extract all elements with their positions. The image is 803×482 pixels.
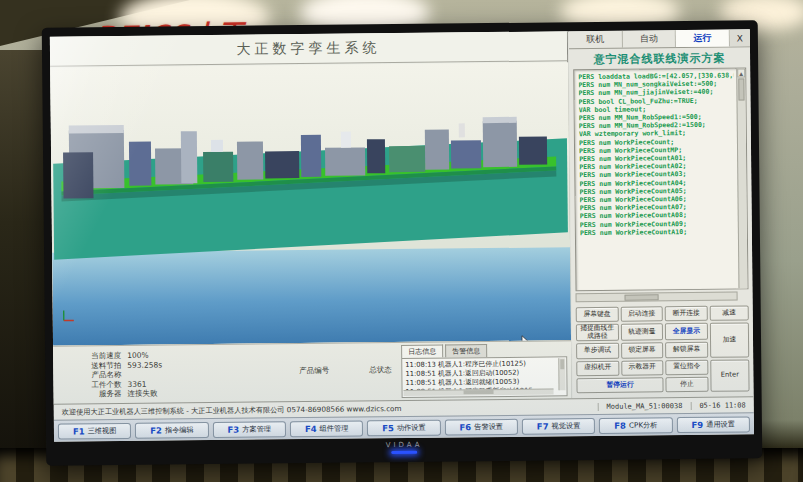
code-line: PERS num MN_num_jiajinVeiset:=400; xyxy=(578,88,733,98)
lock-screen-button[interactable]: 锁定屏幕 xyxy=(621,343,664,359)
fkey-f5-button[interactable]: F5动作设置 xyxy=(367,419,440,436)
disconnect-button[interactable]: 断开连接 xyxy=(665,306,708,322)
module-status: Module_MA_51:00038 xyxy=(597,401,690,410)
teach-pendant-button[interactable]: 示教器开 xyxy=(621,360,664,376)
fkey-label: 视觉设置 xyxy=(551,421,580,431)
fkey-f9-button[interactable]: F9通用设置 xyxy=(676,416,749,433)
tab-online[interactable]: 联机 xyxy=(569,31,623,49)
fullscreen-button[interactable]: 全屏显示 xyxy=(665,323,708,340)
fkey-key: F7 xyxy=(537,421,549,431)
fkey-f8-button[interactable]: F8CPK分析 xyxy=(599,417,672,434)
datetime: 05-16 11:08 xyxy=(690,401,753,410)
tab-log-info[interactable]: 日志信息 xyxy=(401,345,443,358)
track-measure-button[interactable]: 轨迹测量 xyxy=(620,324,663,341)
scrollbar-thumb[interactable] xyxy=(464,390,494,394)
scrollbar-thumb[interactable] xyxy=(738,78,744,100)
viewport-axes-icon xyxy=(61,307,77,323)
side-panel: 联机 自动 运行 X 意宁混合线联线演示方案 PERS loaddata loa… xyxy=(569,29,754,398)
fkey-key: F4 xyxy=(305,423,317,433)
tab-run[interactable]: 运行 xyxy=(676,30,730,48)
fkey-f1-button[interactable]: F1三维视图 xyxy=(58,422,131,439)
start-connect-button[interactable]: 启动连接 xyxy=(620,306,663,322)
status-label: 产品名称 xyxy=(81,370,121,380)
close-icon[interactable]: X xyxy=(730,29,750,46)
enter-button[interactable]: Enter xyxy=(710,359,750,392)
log-panel: 日志信息 告警信息 11:08:13 机器人1:程序已停止(10125) 11:… xyxy=(401,343,568,399)
status-info-area: 当前速度 100% 送料节拍 593.258s 产品名称 工件个数 3361 xyxy=(53,340,572,403)
fkey-key: F2 xyxy=(150,425,162,435)
fkey-label: 通用设置 xyxy=(706,419,735,429)
status-value xyxy=(127,370,167,380)
virtual-machine-button[interactable]: 虚拟机开 xyxy=(576,360,619,376)
title-bar: 大正数字孪生系统 xyxy=(50,31,567,66)
factory-3d-scene xyxy=(50,62,571,345)
mode-tabs: 联机 自动 运行 X xyxy=(569,29,750,49)
fkey-f4-button[interactable]: F4组件管理 xyxy=(290,420,363,437)
unlock-screen-button[interactable]: 解锁屏幕 xyxy=(665,342,708,358)
scroll-up-icon[interactable]: ▲ xyxy=(737,68,745,77)
status-label: 送料节拍 xyxy=(81,361,121,371)
fkey-label: 方案管理 xyxy=(242,424,271,434)
fkey-label: 三维视图 xyxy=(88,426,117,436)
3d-viewport[interactable] xyxy=(50,62,571,345)
monitor: 大正数字孪生系统 xyxy=(42,20,763,465)
code-vertical-scrollbar[interactable]: ▲ xyxy=(736,68,747,288)
status-label: 工件个数 xyxy=(81,380,121,390)
product-no-label: 产品编号 xyxy=(299,366,329,376)
stop-button[interactable]: 停止 xyxy=(666,377,709,393)
screen: 大正数字孪生系统 xyxy=(50,29,754,441)
screen-keyboard-button[interactable]: 屏幕键盘 xyxy=(576,307,619,323)
single-step-button[interactable]: 单步调试 xyxy=(576,343,619,359)
page-title: 大正数字孪生系统 xyxy=(236,39,380,59)
status-value: 连接失败 xyxy=(128,389,168,399)
fkey-f7-button[interactable]: F7视觉设置 xyxy=(522,417,595,434)
scrollbar-thumb[interactable] xyxy=(625,294,659,300)
pause-run-button[interactable]: 暂停运行 xyxy=(576,377,663,393)
fkey-label: 指令编辑 xyxy=(165,425,194,435)
fkey-label: 组件管理 xyxy=(320,423,349,433)
fkey-label: 告警设置 xyxy=(474,421,503,431)
scrollbar-thumb[interactable] xyxy=(560,359,564,369)
status-label: 服务器 xyxy=(82,389,122,399)
fkey-key: F8 xyxy=(614,420,626,430)
status-rows: 当前速度 100% 送料节拍 593.258s 产品名称 工件个数 3361 xyxy=(81,350,167,399)
decelerate-button[interactable]: 减速 xyxy=(709,305,748,321)
log-vertical-scrollbar[interactable] xyxy=(558,358,565,390)
fkey-f6-button[interactable]: F6告警设置 xyxy=(444,418,517,435)
fkey-f2-button[interactable]: F2指令编辑 xyxy=(135,422,208,439)
fkey-label: CPK分析 xyxy=(629,420,658,430)
code-lines: PERS loaddata loadBG:=[42.057,[330.638,0… xyxy=(574,68,747,240)
code-horizontal-scrollbar[interactable] xyxy=(576,291,738,302)
set-command-button[interactable]: 置位指令 xyxy=(665,359,708,375)
log-message-list[interactable]: 11:08:13 机器人1:程序已停止(10125) 11:08:51 机器人1… xyxy=(401,356,567,398)
tab-alarm-info[interactable]: 告警信息 xyxy=(445,344,487,357)
status-label: 当前速度 xyxy=(81,351,121,361)
scheme-title: 意宁混合线联线演示方案 xyxy=(569,47,750,69)
accelerate-button[interactable]: 加速 xyxy=(710,323,750,358)
status-value: 100% xyxy=(127,350,167,360)
code-line: PERS num WorkPieceCountA10; xyxy=(580,227,735,237)
total-status-label: 总状态 xyxy=(369,365,392,375)
capture-curve-button[interactable]: 捕捉曲线生成路径 xyxy=(576,324,619,341)
fkey-key: F9 xyxy=(691,419,703,429)
power-led xyxy=(391,451,417,454)
fkey-key: F1 xyxy=(73,426,85,436)
fkey-key: F5 xyxy=(382,423,394,433)
status-value: 593.258s xyxy=(127,360,167,370)
status-row: 服务器 连接失败 xyxy=(82,389,168,399)
main-area: 大正数字孪生系统 xyxy=(50,31,572,403)
tab-auto[interactable]: 自动 xyxy=(622,30,676,48)
room-left-wall xyxy=(0,50,46,482)
status-value: 3361 xyxy=(127,379,167,389)
code-editor[interactable]: PERS loaddata loadBG:=[42.057,[330.638,0… xyxy=(573,67,748,291)
fkey-key: F3 xyxy=(227,424,239,434)
control-button-grid: 屏幕键盘 启动连接 断开连接 减速 捕捉曲线生成路径 轨迹测量 全屏显示 加速 … xyxy=(576,305,750,393)
fkey-f3-button[interactable]: F3方案管理 xyxy=(213,421,286,438)
fkey-label: 动作设置 xyxy=(397,422,426,432)
fkey-key: F6 xyxy=(459,422,471,432)
